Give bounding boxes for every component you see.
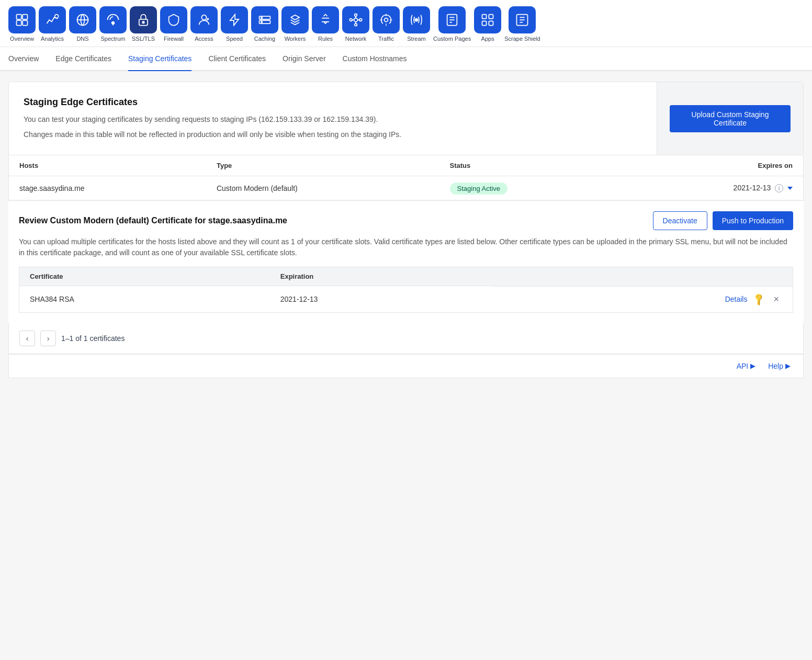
nav-item-firewall[interactable]: Firewall — [160, 6, 187, 42]
svg-point-26 — [415, 19, 418, 21]
chevron-left-icon: ‹ — [26, 334, 29, 343]
nav-label-custom-pages: Custom Pages — [433, 36, 471, 42]
svg-rect-3 — [22, 20, 27, 25]
close-icon: × — [773, 294, 779, 304]
nav-item-stream[interactable]: Stream — [403, 6, 430, 42]
nav-item-custom-pages[interactable]: Custom Pages — [433, 6, 471, 42]
nav-item-caching[interactable]: Caching — [251, 6, 278, 42]
nav-label-spectrum: Spectrum — [100, 36, 125, 42]
nav-item-rules[interactable]: Rules — [312, 6, 339, 42]
inner-cert-expiration: 2021-12-13 — [270, 286, 493, 313]
table-row: stage.saasydina.me Custom Modern (defaul… — [9, 176, 804, 200]
svg-rect-33 — [482, 21, 487, 25]
tab-staging-certificates[interactable]: Staging Certificates — [128, 47, 191, 71]
cert-host: stage.saasydina.me — [9, 176, 206, 200]
nav-item-workers[interactable]: Workers — [281, 6, 309, 42]
svg-point-16 — [354, 18, 358, 22]
tab-origin-server[interactable]: Origin Server — [283, 47, 325, 71]
nav-item-scrape-shield[interactable]: Scrape Shield — [504, 6, 540, 42]
nav-label-analytics: Analytics — [41, 36, 64, 42]
svg-rect-34 — [489, 21, 493, 25]
col-hosts: Hosts — [9, 155, 206, 176]
nav-item-overview[interactable]: Overview — [8, 6, 36, 42]
svg-point-20 — [359, 19, 362, 21]
info-card: Staging Edge Certificates You can test y… — [8, 82, 804, 155]
expanded-description: You can upload multiple certificates for… — [19, 236, 793, 258]
svg-rect-31 — [482, 15, 487, 19]
nav-item-access[interactable]: Access — [190, 6, 218, 42]
sub-nav: Overview Edge Certificates Staging Certi… — [0, 47, 812, 71]
nav-label-access: Access — [195, 36, 213, 42]
nav-label-firewall: Firewall — [164, 36, 184, 42]
inner-col-expiration: Expiration — [270, 267, 493, 286]
svg-point-18 — [355, 24, 357, 26]
help-arrow-icon: ▶ — [785, 362, 791, 370]
push-to-production-button[interactable]: Push to Production — [713, 211, 793, 230]
api-link[interactable]: API ▶ — [737, 362, 756, 370]
details-link[interactable]: Details — [725, 295, 748, 303]
inner-col-certificate: Certificate — [19, 267, 270, 286]
nav-label-speed: Speed — [226, 36, 243, 42]
nav-item-traffic[interactable]: Traffic — [373, 6, 400, 42]
inner-table: Certificate Expiration SHA384 RSA 2021-1… — [19, 267, 793, 313]
cert-status: Staging Active — [439, 176, 619, 200]
nav-item-network[interactable]: Network — [342, 6, 369, 42]
svg-point-17 — [355, 14, 357, 16]
nav-item-analytics[interactable]: Analytics — [39, 6, 66, 42]
nav-icons: Overview Analytics DNS Spectrum — [8, 6, 804, 42]
main-content: Staging Edge Certificates You can test y… — [0, 71, 812, 389]
inner-col-actions — [493, 267, 793, 286]
nav-item-spectrum[interactable]: Spectrum — [99, 6, 127, 42]
tab-custom-hostnames[interactable]: Custom Hostnames — [343, 47, 407, 71]
svg-point-4 — [55, 15, 59, 18]
prev-page-button[interactable]: ‹ — [19, 331, 35, 346]
next-page-button[interactable]: › — [40, 331, 56, 346]
expanded-title: Review Custom Modern (default) Certifica… — [19, 216, 287, 225]
cert-expires: 2021-12-13 i — [619, 176, 803, 200]
certificates-table: Hosts Type Status Expires on stage.saasy… — [8, 155, 804, 200]
info-card-right: Upload Custom Staging Certificate — [657, 82, 803, 155]
info-card-left: Staging Edge Certificates You can test y… — [9, 82, 657, 155]
expanded-section: Review Custom Modern (default) Certifica… — [8, 200, 804, 323]
footer: API ▶ Help ▶ — [8, 354, 804, 378]
deactivate-button[interactable]: Deactivate — [653, 211, 707, 230]
nav-item-apps[interactable]: Apps — [474, 6, 501, 42]
tab-client-certificates[interactable]: Client Certificates — [208, 47, 266, 71]
svg-point-11 — [201, 15, 206, 20]
nav-label-overview: Overview — [10, 36, 34, 42]
expanded-header: Review Custom Modern (default) Certifica… — [19, 211, 793, 230]
nav-item-speed[interactable]: Speed — [221, 6, 248, 42]
key-icon: 🔑 — [752, 292, 766, 307]
delete-icon-button[interactable]: × — [770, 293, 782, 306]
top-nav: Overview Analytics DNS Spectrum — [0, 0, 812, 47]
inner-cert-actions: Details 🔑 × — [493, 286, 793, 312]
svg-rect-0 — [17, 15, 21, 19]
info-icon[interactable]: i — [775, 184, 783, 192]
tab-edge-certificates[interactable]: Edge Certificates — [55, 47, 111, 71]
inner-table-row: SHA384 RSA 2021-12-13 Details 🔑 × — [19, 286, 793, 313]
nav-label-dns: DNS — [76, 36, 88, 42]
help-link[interactable]: Help ▶ — [768, 362, 791, 370]
nav-label-apps: Apps — [481, 36, 494, 42]
api-link-label: API — [737, 362, 749, 370]
inner-cert-name: SHA384 RSA — [19, 286, 270, 313]
expanded-actions: Deactivate Push to Production — [653, 211, 793, 230]
tab-overview[interactable]: Overview — [8, 47, 39, 71]
key-icon-button[interactable]: 🔑 — [750, 293, 767, 305]
nav-item-dns[interactable]: DNS — [69, 6, 96, 42]
nav-label-network: Network — [345, 36, 366, 42]
info-card-title: Staging Edge Certificates — [24, 97, 642, 108]
cert-type: Custom Modern (default) — [206, 176, 439, 200]
col-type: Type — [206, 155, 439, 176]
svg-point-10 — [142, 21, 144, 24]
nav-item-ssl-tls[interactable]: SSL/TLS — [130, 6, 157, 42]
nav-label-traffic: Traffic — [378, 36, 394, 42]
upload-custom-staging-cert-button[interactable]: Upload Custom Staging Certificate — [670, 105, 791, 132]
status-badge: Staging Active — [450, 183, 508, 195]
help-link-label: Help — [768, 362, 783, 370]
pagination-info: 1–1 of 1 certificates — [61, 334, 125, 343]
chevron-down-icon[interactable] — [787, 187, 793, 190]
nav-label-ssl-tls: SSL/TLS — [132, 36, 155, 42]
api-arrow-icon: ▶ — [750, 362, 755, 370]
expires-value: 2021-12-13 — [734, 184, 771, 192]
